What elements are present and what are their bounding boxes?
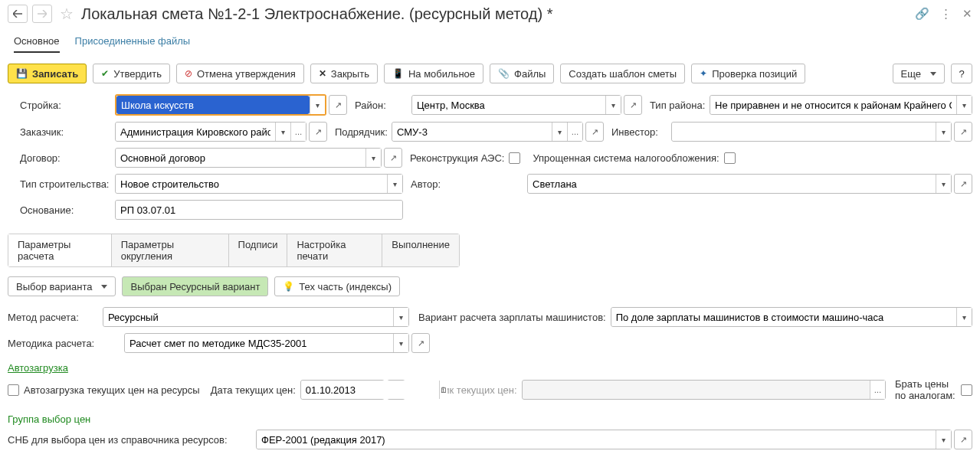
zakazchik-input[interactable]	[116, 123, 275, 141]
template-label: Создать шаблон сметы	[569, 68, 677, 80]
zakazchik-field[interactable]: ▾ …	[115, 122, 306, 142]
tip-rayona-input[interactable]	[710, 96, 956, 114]
help-button[interactable]: ?	[951, 64, 972, 83]
ellipsis-icon[interactable]: …	[290, 123, 306, 141]
open-ref-button[interactable]: ↗	[954, 430, 972, 449]
uprosh-nalog-checkbox[interactable]	[724, 152, 736, 164]
snb-input[interactable]	[257, 430, 936, 449]
tab-attached-files[interactable]: Присоединенные файлы	[75, 35, 191, 53]
rayon-field[interactable]: ▾	[411, 95, 621, 115]
snb-label: СНБ для выбора цен из справочника ресурс…	[8, 434, 256, 446]
dogovor-input[interactable]	[116, 149, 365, 167]
approve-label: Утвердить	[113, 68, 162, 80]
dropdown-icon[interactable]: ▾	[365, 149, 381, 167]
dropdown-icon[interactable]: ▾	[393, 334, 408, 352]
dropdown-icon[interactable]: ▾	[956, 308, 972, 326]
wand-icon: ✦	[700, 68, 707, 79]
variant-salary-input[interactable]	[611, 308, 956, 326]
zakazchik-label: Заказчик:	[20, 126, 115, 138]
create-template-button[interactable]: Создать шаблон сметы	[560, 64, 685, 83]
dropdown-icon[interactable]: ▾	[956, 96, 972, 114]
choose-variant-button[interactable]: Выбор варианта	[8, 276, 116, 296]
dropdown-icon[interactable]: ▾	[936, 175, 951, 193]
check-icon: ✔	[101, 68, 109, 79]
calc-method-field[interactable]: ▾	[103, 307, 409, 327]
osnovanie-input[interactable]	[116, 201, 402, 219]
close-button[interactable]: ✕ Закрыть	[310, 64, 378, 83]
dropdown-icon[interactable]: ▾	[605, 96, 621, 114]
stroyka-input[interactable]	[116, 96, 310, 114]
tab-calc-params[interactable]: Параметры расчета	[8, 234, 112, 266]
open-ref-button[interactable]: ↗	[585, 122, 604, 142]
tab-print-settings[interactable]: Настройка печати	[287, 234, 382, 266]
dropdown-icon[interactable]: ▾	[552, 123, 567, 141]
cancel-icon: ⊘	[185, 68, 192, 79]
ellipsis-icon[interactable]: …	[567, 123, 582, 141]
cancel-approve-button[interactable]: ⊘ Отмена утверждения	[176, 64, 304, 83]
approve-button[interactable]: ✔ Утвердить	[93, 64, 170, 83]
dropdown-icon[interactable]: ▾	[387, 175, 402, 193]
open-ref-button[interactable]: ↗	[384, 148, 402, 168]
open-ref-button[interactable]: ↗	[411, 333, 430, 353]
osnovanie-field[interactable]	[115, 200, 403, 220]
files-button[interactable]: 📎 Файлы	[490, 64, 554, 83]
dropdown-icon[interactable]: ▾	[936, 430, 951, 449]
podryadchik-field[interactable]: ▾ …	[392, 122, 583, 142]
calendar-icon[interactable]: 🗓	[439, 381, 447, 399]
mobile-button[interactable]: 📱 На мобильное	[384, 64, 483, 83]
metodika-field[interactable]: ▾	[124, 333, 409, 353]
rekonstr-aes-checkbox[interactable]	[509, 152, 520, 164]
close-icon[interactable]: ✕	[962, 7, 972, 21]
sbornik-field: …	[522, 380, 886, 400]
avtor-input[interactable]	[528, 175, 936, 193]
dogovor-field[interactable]: ▾	[115, 148, 382, 168]
files-label: Файлы	[514, 68, 546, 80]
nav-back-button[interactable]	[8, 5, 28, 23]
avtor-field[interactable]: ▾	[527, 174, 952, 194]
current-date-label: Дата текущих цен:	[211, 384, 296, 396]
tab-round-params[interactable]: Параметры округления	[112, 234, 229, 266]
tab-main[interactable]: Основное	[14, 35, 60, 53]
snb-field[interactable]: ▾	[256, 430, 952, 449]
autoload-heading-link[interactable]: Автозагрузка	[8, 362, 68, 374]
open-ref-button[interactable]: ↗	[954, 174, 972, 194]
tip-stroit-input[interactable]	[116, 175, 387, 193]
tip-stroit-field[interactable]: ▾	[115, 174, 403, 194]
tab-execution[interactable]: Выполнение	[382, 234, 459, 266]
podryadchik-input[interactable]	[392, 123, 552, 141]
stroyka-field[interactable]: ▾	[115, 94, 326, 116]
analog-checkbox[interactable]	[961, 384, 972, 396]
dropdown-icon[interactable]: ▾	[393, 308, 408, 326]
favorite-star-icon[interactable]: ☆	[60, 5, 74, 23]
autoload-checkbox[interactable]	[8, 384, 19, 396]
tip-rayona-field[interactable]: ▾	[710, 95, 972, 115]
investor-field[interactable]: ▾	[671, 122, 952, 142]
variant-salary-field[interactable]: ▾	[611, 307, 972, 327]
autoload-chk-label: Автозагрузка текущих цен на ресурсы	[24, 384, 200, 396]
investor-input[interactable]	[672, 123, 936, 141]
x-icon: ✕	[319, 68, 326, 79]
open-ref-button[interactable]: ↗	[329, 95, 347, 115]
ellipsis-icon[interactable]: …	[870, 381, 885, 399]
save-button[interactable]: 💾 Записать	[8, 64, 87, 83]
podryadchik-label: Подрядчик:	[335, 126, 392, 138]
dropdown-icon[interactable]: ▾	[936, 123, 951, 141]
dropdown-icon[interactable]: ▾	[275, 123, 290, 141]
calc-method-input[interactable]	[103, 308, 393, 326]
open-ref-button[interactable]: ↗	[954, 122, 972, 142]
menu-dots-icon[interactable]: ⋮	[940, 7, 952, 21]
check-positions-button[interactable]: ✦ Проверка позиций	[691, 64, 805, 83]
link-icon[interactable]: 🔗	[915, 7, 929, 21]
current-date-input[interactable]	[301, 381, 439, 399]
current-date-field[interactable]: 🗓	[300, 380, 385, 400]
open-ref-button[interactable]: ↗	[309, 122, 327, 142]
tech-part-button[interactable]: 💡 Тех часть (индексы)	[274, 276, 400, 296]
metodika-input[interactable]	[125, 334, 393, 352]
dropdown-icon[interactable]: ▾	[310, 96, 325, 114]
chosen-variant-button[interactable]: Выбран Ресурсный вариант	[122, 276, 268, 296]
tab-signatures[interactable]: Подписи	[229, 234, 288, 266]
nav-forward-button[interactable]	[32, 5, 52, 23]
more-button[interactable]: Еще	[893, 64, 945, 83]
open-ref-button[interactable]: ↗	[624, 95, 642, 115]
rayon-input[interactable]	[412, 96, 605, 114]
